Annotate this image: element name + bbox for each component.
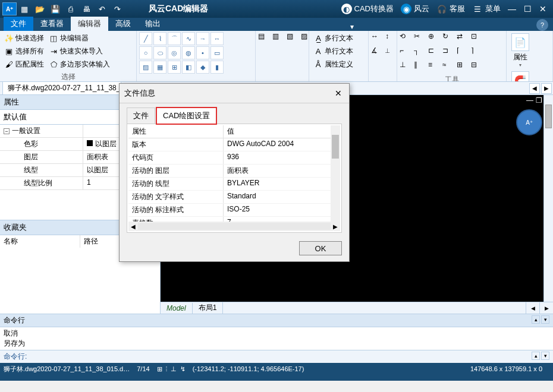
tool-f-icon[interactable]: ⊡ (471, 32, 484, 45)
canvas-min-icon[interactable]: ― (526, 96, 533, 105)
polygon-entity-input-button[interactable]: ⬠多边形实体输入 (47, 58, 112, 71)
status-icon-b[interactable]: ⦙ (166, 365, 167, 373)
menu-dropdown-icon[interactable]: ▾ (346, 23, 358, 31)
layout-tab[interactable]: 布局1 (193, 302, 224, 314)
tool-j-icon[interactable]: ⊐ (442, 46, 455, 59)
dialog-vscroll[interactable] (331, 125, 340, 222)
tool-q-icon[interactable]: ⊞ (457, 61, 470, 74)
circle-icon[interactable]: ○ (139, 46, 152, 59)
tab-viewer[interactable]: 查看器 (33, 17, 71, 31)
snap-big-button[interactable]: 🧲 捕捉▾ (509, 70, 532, 82)
command-input[interactable] (27, 352, 532, 362)
status-icon-d[interactable]: ↯ (180, 365, 186, 373)
print-icon[interactable]: 🖶 (79, 2, 93, 15)
redo-icon[interactable]: ↷ (110, 2, 124, 15)
dim-a-icon[interactable]: ↔ (371, 32, 384, 45)
close-icon[interactable]: ✕ (535, 2, 551, 15)
ellipse-icon[interactable]: ⬭ (153, 46, 166, 59)
maximize-icon[interactable]: ☐ (520, 2, 535, 15)
dialog-tab-file[interactable]: 文件 (127, 108, 155, 124)
point-icon[interactable]: • (196, 46, 209, 59)
attdef-button[interactable]: Å属性定义 (312, 58, 355, 71)
ring-icon[interactable]: ◎ (168, 46, 181, 59)
tool-r-icon[interactable]: ⊟ (471, 61, 484, 74)
tab-file[interactable]: 文件 (4, 17, 33, 31)
mtext-button[interactable]: A̲多行文本 (312, 32, 355, 45)
quick-select-button[interactable]: ✨快速选择 (2, 32, 46, 45)
table-icon[interactable]: ⊞ (168, 61, 181, 74)
status-icon-a[interactable]: ⊞ (157, 365, 162, 373)
dtext-button[interactable]: A单行文本 (312, 45, 355, 58)
tool-l-icon[interactable]: ⌉ (471, 46, 484, 59)
xline-icon[interactable]: ↔ (210, 32, 224, 45)
dim-b-icon[interactable]: ↕ (385, 32, 398, 45)
tab-advanced[interactable]: 高级 (108, 17, 138, 31)
line-icon[interactable]: ╱ (139, 32, 152, 45)
donut-icon[interactable]: ◍ (182, 46, 195, 59)
hatch-a-icon[interactable]: ▤ (258, 32, 271, 45)
tab-editor[interactable]: 编辑器 (71, 17, 108, 31)
spline-icon[interactable]: ∿ (182, 32, 195, 45)
hatch2-icon[interactable]: ▦ (153, 61, 166, 74)
dialog-hscroll-left-icon[interactable]: ◀ (128, 223, 138, 230)
canvas-vscroll[interactable] (543, 95, 553, 314)
cmd-up-icon[interactable]: ▴ (532, 315, 540, 324)
hscroll-left-icon[interactable]: ◀ (526, 302, 539, 314)
match-props-button[interactable]: 🖌匹配属性 (2, 58, 46, 71)
dialog-hscroll-right-icon[interactable]: ▶ (331, 223, 340, 230)
select-all-button[interactable]: ▣选择所有 (2, 45, 46, 58)
help-icon[interactable]: ? (536, 19, 548, 31)
tool-a-icon[interactable]: ⟲ (400, 32, 413, 45)
status-icon-c[interactable]: ⊥ (171, 365, 177, 373)
cmd2-up-icon[interactable]: ▴ (532, 352, 540, 360)
doc-tab[interactable]: 狮子林.dwg2020-07-27_11_11_38_ (2, 81, 121, 95)
collapse-icon[interactable]: − (4, 128, 10, 134)
wipeout-icon[interactable]: ▮ (210, 61, 224, 74)
tool-o-icon[interactable]: ≡ (428, 61, 441, 74)
tool-n-icon[interactable]: ∥ (414, 61, 427, 74)
tool-i-icon[interactable]: ⊏ (428, 46, 441, 59)
cmd-down-icon[interactable]: ▾ (541, 315, 549, 324)
cad-converter-link[interactable]: ◐CAD转换器 (341, 4, 394, 14)
model-tab[interactable]: Model (161, 303, 193, 314)
undo-icon[interactable]: ↶ (95, 2, 109, 15)
tool-k-icon[interactable]: ⌈ (457, 46, 470, 59)
props-big-button[interactable]: 📄 属性▾ (509, 32, 532, 69)
solid-icon[interactable]: ◆ (196, 61, 209, 74)
ray-icon[interactable]: → (196, 32, 209, 45)
rect-icon[interactable]: ▭ (210, 46, 224, 59)
hatch-b-icon[interactable]: ▥ (272, 32, 285, 45)
tool-g-icon[interactable]: ⌐ (400, 46, 413, 59)
tool-d-icon[interactable]: ↻ (442, 32, 455, 45)
tool-e-icon[interactable]: ⇄ (457, 32, 470, 45)
tab-output[interactable]: 输出 (138, 17, 168, 31)
tab-next-icon[interactable]: ▶ (541, 83, 552, 94)
hatch-c-icon[interactable]: ▧ (287, 32, 300, 45)
ok-button[interactable]: OK (299, 241, 342, 255)
dialog-tab-cad[interactable]: CAD绘图设置 (156, 108, 216, 124)
cmd2-down-icon[interactable]: ▾ (541, 352, 549, 360)
hscroll-right-icon[interactable]: ▶ (539, 302, 553, 314)
tool-m-icon[interactable]: ⊥ (400, 61, 413, 74)
tool-h-icon[interactable]: ┐ (414, 46, 427, 59)
menu-link[interactable]: ☰菜单 (472, 4, 501, 14)
dim-d-icon[interactable]: ⟂ (385, 46, 398, 59)
block-editor-button[interactable]: ◫块编辑器 (47, 32, 112, 45)
viewcube-icon[interactable]: A⁺ (516, 109, 542, 135)
hatch-icon[interactable]: ▨ (139, 61, 152, 74)
region-icon[interactable]: ◧ (182, 61, 195, 74)
saveall-icon[interactable]: ⎙ (64, 2, 78, 15)
tool-c-icon[interactable]: ⊕ (428, 32, 441, 45)
minimize-icon[interactable]: ― (504, 2, 520, 15)
dim-c-icon[interactable]: ∡ (371, 46, 384, 59)
canvas-max-icon[interactable]: ❐ (536, 96, 542, 105)
dialog-hscroll[interactable]: ◀ ▶ (128, 222, 340, 231)
polyline-icon[interactable]: ⌇ (153, 32, 166, 45)
fengyun-link[interactable]: ◉风云 (401, 4, 429, 14)
save-icon[interactable]: 💾 (48, 2, 62, 15)
tab-prev-icon[interactable]: ◀ (529, 83, 540, 94)
tool-p-icon[interactable]: ≈ (442, 61, 455, 74)
dialog-close-icon[interactable]: ✕ (332, 87, 344, 99)
open-icon[interactable]: 📂 (33, 2, 47, 15)
support-link[interactable]: 🎧客服 (436, 4, 465, 14)
